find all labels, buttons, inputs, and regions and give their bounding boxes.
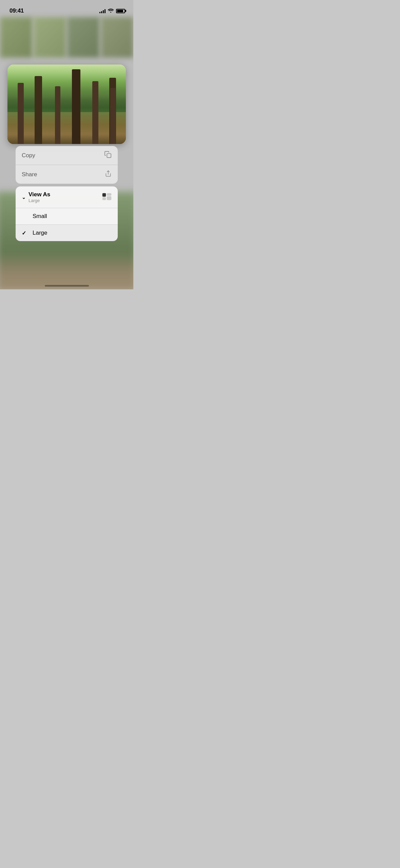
status-time: 09:41: [9, 7, 24, 14]
svg-rect-5: [107, 196, 111, 200]
battery-fill: [117, 10, 123, 12]
signal-bar-4: [104, 9, 106, 13]
signal-bar-2: [101, 11, 102, 13]
share-button[interactable]: Share: [16, 165, 118, 184]
tree-4: [72, 69, 80, 144]
signal-bars-icon: [99, 9, 106, 13]
view-as-small-option[interactable]: Small: [16, 208, 118, 224]
view-as-header[interactable]: ⌄ View As Large: [16, 186, 118, 208]
tree-7: [110, 88, 116, 144]
background-overlay: [0, 0, 133, 289]
battery-icon: [116, 9, 125, 13]
status-icons: [99, 8, 125, 14]
view-as-grid-icon: [102, 193, 112, 202]
tree-5: [92, 81, 98, 144]
home-indicator: [45, 285, 89, 287]
tree-3: [55, 86, 60, 144]
copy-label: Copy: [22, 152, 35, 159]
status-bar: 09:41: [0, 0, 133, 17]
view-as-header-text: View As Large: [28, 191, 50, 203]
checkmark-icon: ✓: [22, 230, 28, 236]
svg-rect-4: [107, 193, 111, 196]
copy-icon: [104, 151, 112, 160]
view-as-panel: ⌄ View As Large Small ✓: [16, 186, 118, 241]
empty-checkmark: [22, 213, 28, 219]
share-label: Share: [22, 171, 37, 178]
share-icon: [105, 170, 112, 179]
main-photo: [7, 65, 126, 144]
context-menu: Copy Share ⌄: [16, 146, 118, 241]
forest-ground: [7, 112, 126, 144]
signal-bar-3: [103, 10, 104, 13]
view-as-large-option[interactable]: ✓ Large: [16, 224, 118, 241]
svg-rect-0: [107, 153, 111, 158]
view-as-header-left: ⌄ View As Large: [22, 191, 50, 203]
small-label: Small: [33, 213, 47, 220]
chevron-down-icon: ⌄: [22, 195, 26, 200]
svg-rect-2: [102, 193, 106, 197]
tree-1: [18, 83, 24, 144]
copy-share-panel: Copy Share: [16, 146, 118, 184]
view-as-subtitle: Large: [28, 198, 50, 203]
view-as-title: View As: [28, 191, 50, 198]
svg-rect-3: [102, 197, 106, 200]
tree-2: [35, 76, 42, 144]
signal-bar-1: [99, 12, 100, 13]
wifi-icon: [108, 8, 114, 14]
large-label: Large: [33, 230, 47, 236]
copy-button[interactable]: Copy: [16, 146, 118, 165]
